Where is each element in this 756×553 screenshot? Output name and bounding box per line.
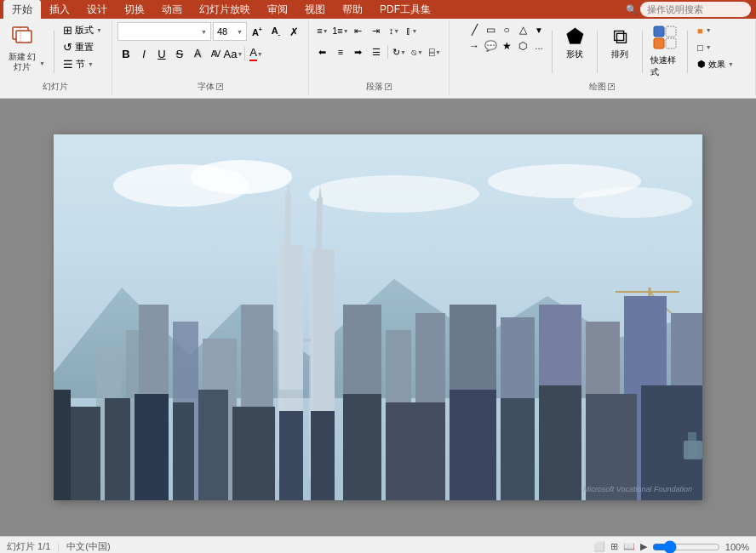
tab-animations[interactable]: 动画 (153, 0, 191, 19)
slides-section-content: 新建 幻灯片 ▼ ⊞ 版式 ▼ ↺ 重置 (5, 22, 106, 81)
bullet-list-button[interactable]: ≡ ▼ (314, 22, 331, 39)
tab-transitions[interactable]: 切换 (116, 0, 153, 19)
arrow-shape[interactable]: → (467, 38, 482, 54)
slide-image: Microsoft Vocational Foundation (54, 134, 702, 500)
new-slide-button[interactable]: 新建 幻灯片 (5, 22, 39, 73)
status-bar: 幻灯片 1/1 | 中文(中国) ⬜ ⊞ 📖 ▶ 100% (0, 536, 756, 553)
drawing-section: ╱ ▭ ○ △ ▼ → 💬 ★ ⬡ … ⬟ 形状 (450, 20, 756, 96)
vertical-align-button[interactable]: ⍉ ▼ (409, 43, 426, 60)
fill-arrow: ▼ (706, 27, 712, 33)
increase-font-icon: A+ (252, 26, 262, 37)
slide-watermark: Microsoft Vocational Foundation (583, 485, 692, 493)
layout-icon: ⊞ (63, 24, 72, 37)
clear-format-icon: ✗ (289, 26, 299, 38)
ribbon-tabs-bar: 开始 插入 设计 切换 动画 幻灯片放映 审阅 视图 帮助 PDF工具集 🔍 (0, 0, 756, 19)
triangle-shape[interactable]: △ (515, 22, 530, 37)
bold-button[interactable]: B (117, 45, 135, 62)
justify-button[interactable]: ☰ (368, 43, 385, 60)
tab-help[interactable]: 帮助 (334, 0, 371, 19)
outline-button[interactable]: □ ▼ (693, 39, 738, 55)
svg-marker-24 (316, 198, 323, 249)
rectangle-shape[interactable]: ▭ (483, 22, 498, 37)
shape-button[interactable]: ⬟ 形状 (558, 22, 592, 63)
reading-view-button[interactable]: 📖 (623, 541, 635, 552)
paragraph-expand-button[interactable]: ↗ (385, 83, 392, 90)
section-arrow: ▼ (88, 61, 94, 67)
layout-button[interactable]: ⊞ 版式 ▼ (59, 22, 106, 38)
strikethrough-button[interactable]: S (171, 45, 188, 62)
drawing-expand-button[interactable]: ↗ (608, 83, 615, 90)
slide-sorter-button[interactable]: ⊞ (610, 541, 618, 552)
decrease-font-button[interactable]: A- (267, 23, 284, 40)
smartart-button[interactable]: ⌸ ▼ (427, 43, 444, 60)
star-shape[interactable]: ★ (499, 38, 514, 54)
svg-rect-55 (501, 398, 535, 500)
slides-label-text: 幻灯片 (43, 81, 68, 93)
align-center-icon: ≡ (338, 47, 343, 57)
layout-arrow: ▼ (96, 27, 102, 33)
char-spacing-button[interactable]: AV (207, 45, 224, 62)
oval-shape[interactable]: ○ (499, 22, 514, 37)
tab-design[interactable]: 设计 (78, 0, 116, 19)
tab-pdf[interactable]: PDF工具集 (371, 0, 439, 19)
search-input[interactable] (640, 2, 751, 17)
svg-rect-26 (303, 339, 311, 342)
tab-insert[interactable]: 插入 (41, 0, 78, 19)
svg-rect-6 (666, 38, 676, 48)
shadow-button[interactable]: A (189, 45, 206, 62)
quick-style-button[interactable]: 快速样式 (648, 22, 682, 81)
clear-format-button[interactable]: ✗ (286, 23, 303, 40)
svg-rect-60 (688, 432, 696, 458)
new-slide-dropdown[interactable]: ▼ (39, 22, 49, 73)
zoom-slider[interactable] (652, 542, 720, 552)
increase-indent-button[interactable]: ⇥ (368, 22, 385, 39)
align-right-button[interactable]: ➡ (350, 43, 367, 60)
shapes-extra[interactable]: … (531, 38, 547, 54)
fill-button[interactable]: ■ ▼ (693, 22, 738, 38)
dropdown-arrow-icon: ▼ (39, 60, 49, 66)
increase-font-button[interactable]: A+ (249, 23, 266, 40)
effects-button[interactable]: ⬢ 效果 ▼ (693, 56, 738, 72)
font-color-button[interactable]: A ▼ (248, 45, 265, 62)
tab-slideshow[interactable]: 幻灯片放映 (191, 0, 259, 19)
arrange-button[interactable]: ⧉ 排列 (603, 22, 637, 63)
slide-container[interactable]: Microsoft Vocational Foundation (54, 134, 702, 500)
effects-label: 效果 (708, 59, 725, 71)
tab-home[interactable]: 开始 (3, 0, 41, 19)
tab-view[interactable]: 视图 (296, 0, 334, 19)
change-case-button[interactable]: Aa ▼ (225, 45, 242, 62)
underline-button[interactable]: U (153, 45, 170, 62)
diagram-shape[interactable]: ⬡ (515, 38, 530, 54)
svg-rect-52 (343, 394, 381, 500)
zoom-level: 100% (725, 542, 749, 552)
slide-editing-area: Microsoft Vocational Foundation (0, 99, 756, 536)
font-name-dropdown[interactable]: ▼ (117, 22, 211, 41)
columns-button[interactable]: ⫿ ▼ (404, 22, 421, 39)
font-color-arrow: ▼ (257, 51, 263, 57)
normal-view-button[interactable]: ⬜ (593, 541, 605, 552)
line-shape[interactable]: ╱ (467, 22, 482, 37)
text-direction-button[interactable]: ↻ ▼ (391, 43, 408, 60)
paragraph-content: ≡ ▼ 1≡ ▼ ⇤ ⇥ ↕ ▼ ⫿ ▼ (314, 22, 444, 81)
section-button[interactable]: ☰ 节 ▼ (59, 56, 106, 72)
svg-rect-3 (654, 26, 664, 37)
svg-point-9 (190, 160, 292, 194)
more-shapes[interactable]: ▼ (531, 22, 547, 37)
callout-shape[interactable]: 💬 (483, 38, 498, 54)
decrease-indent-button[interactable]: ⇤ (350, 22, 367, 39)
font-expand-button[interactable]: ↗ (216, 83, 223, 90)
slideshow-button[interactable]: ▶ (640, 541, 647, 552)
tab-review[interactable]: 审阅 (259, 0, 296, 19)
italic-button[interactable]: I (135, 45, 152, 62)
line-spacing-button[interactable]: ↕ ▼ (386, 22, 403, 39)
reset-button[interactable]: ↺ 重置 (59, 39, 106, 55)
font-name-arrow: ▼ (201, 29, 207, 35)
layout-label: 版式 (75, 24, 94, 37)
numbered-list-button[interactable]: 1≡ ▼ (332, 22, 349, 39)
ribbon-bar: 新建 幻灯片 ▼ ⊞ 版式 ▼ ↺ 重置 (0, 19, 756, 99)
italic-icon: I (142, 48, 146, 60)
align-left-button[interactable]: ⬅ (314, 43, 331, 60)
font-size-dropdown[interactable]: 48 ▼ (213, 22, 247, 41)
reset-icon: ↺ (63, 41, 72, 54)
align-center-button[interactable]: ≡ (332, 43, 349, 60)
